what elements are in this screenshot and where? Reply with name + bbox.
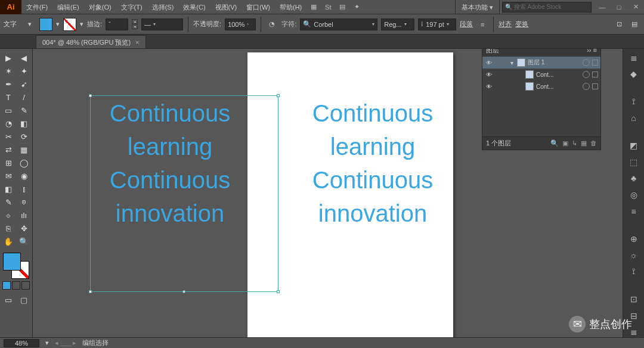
panel-icon-10[interactable]: ☼ bbox=[627, 250, 641, 261]
tool-0-0[interactable]: ▶ bbox=[1, 51, 16, 64]
panel-menu-icon[interactable]: ▤ bbox=[628, 18, 640, 30]
no-selection-icon[interactable]: ▾ bbox=[24, 18, 36, 30]
menu-file[interactable]: 文件(F) bbox=[21, 0, 52, 14]
new-layer-icon[interactable]: ▦ bbox=[581, 139, 587, 147]
bridge-icon[interactable]: ▦ bbox=[306, 0, 321, 14]
recolor-icon[interactable]: ◔ bbox=[266, 18, 278, 30]
locate-layer-icon[interactable]: 🔍 bbox=[550, 139, 559, 147]
isolate-icon[interactable]: ⊡ bbox=[613, 18, 625, 30]
tool-11-0[interactable]: ✎ bbox=[1, 195, 16, 209]
stroke-profile[interactable]: — ▾ bbox=[141, 18, 183, 30]
stroke-steppers[interactable]: ▴▾ bbox=[132, 19, 138, 29]
tool-6-1[interactable]: ⟳ bbox=[17, 130, 31, 143]
text-object-on-artboard[interactable]: Continuous learning Continuous innovatio… bbox=[295, 97, 450, 230]
layer-name[interactable]: 图层 1 bbox=[528, 58, 580, 67]
panel-icon-12[interactable]: ⊡ bbox=[627, 294, 641, 304]
tool-2-0[interactable]: ✒ bbox=[1, 77, 16, 91]
menu-select[interactable]: 选择(S) bbox=[147, 0, 179, 14]
fill-swatch[interactable] bbox=[39, 18, 52, 31]
tool-7-1[interactable]: ▦ bbox=[17, 143, 31, 156]
fill-stroke-control[interactable] bbox=[3, 253, 29, 279]
tool-12-0[interactable]: ⟐ bbox=[1, 209, 16, 222]
delete-layer-icon[interactable]: 🗑 bbox=[590, 139, 597, 147]
screen-mode-1[interactable]: ▢ bbox=[17, 293, 31, 306]
panel-icon-4[interactable]: ◩ bbox=[627, 141, 641, 151]
tool-7-0[interactable]: ⇄ bbox=[1, 143, 16, 156]
font-size[interactable]: ⁞ 197 pt▾ bbox=[418, 18, 456, 30]
color-mode-1[interactable] bbox=[12, 281, 20, 290]
layer-name[interactable]: Cont... bbox=[536, 72, 580, 78]
stock-search[interactable]: 🔍 搜索 Adobe Stock bbox=[502, 2, 592, 13]
gpu-icon[interactable]: ✦ bbox=[349, 0, 364, 14]
tool-1-1[interactable]: ✦ bbox=[17, 64, 31, 77]
target-icon[interactable] bbox=[583, 71, 590, 78]
stroke-swatch[interactable] bbox=[63, 18, 76, 31]
tool-0-1[interactable]: ◀ bbox=[17, 51, 31, 64]
tool-3-1[interactable]: / bbox=[17, 91, 31, 104]
tool-14-0[interactable]: ✋ bbox=[1, 235, 16, 248]
menu-type[interactable]: 文字(T) bbox=[116, 0, 147, 14]
layer-row-0[interactable]: 👁▾图层 1 bbox=[482, 57, 600, 69]
tool-8-1[interactable]: ◯ bbox=[17, 156, 31, 169]
tab-close-icon[interactable]: × bbox=[135, 36, 139, 49]
disclosure-icon[interactable]: ▾ bbox=[509, 60, 515, 66]
layer-name[interactable]: Cont... bbox=[536, 83, 580, 90]
tool-11-1[interactable]: ៙ bbox=[17, 195, 31, 209]
panel-icon-11[interactable]: ⟟ bbox=[627, 266, 641, 277]
tool-2-1[interactable]: ➹ bbox=[17, 77, 31, 91]
make-clip-icon[interactable]: ▣ bbox=[562, 139, 568, 147]
panel-icon-9[interactable]: ⊕ bbox=[627, 234, 641, 244]
panel-icon-2[interactable]: ⟟ bbox=[627, 97, 641, 107]
document-tab[interactable]: 004* @ 48% (RGB/GPU 预览) × bbox=[36, 35, 146, 48]
visibility-icon[interactable]: 👁 bbox=[485, 83, 493, 90]
tool-4-1[interactable]: ✎ bbox=[17, 104, 31, 117]
tool-8-0[interactable]: ⊞ bbox=[1, 156, 16, 169]
tool-6-0[interactable]: ✂ bbox=[1, 130, 16, 143]
workspace-switcher[interactable]: 基本功能 ▾ bbox=[455, 0, 500, 14]
font-family[interactable]: 🔍 Corbel▾ bbox=[300, 18, 377, 30]
align-link[interactable]: 对齐 bbox=[499, 20, 512, 29]
panel-icon-7[interactable]: ◎ bbox=[627, 189, 641, 200]
window-close[interactable]: ✕ bbox=[627, 0, 644, 14]
tool-9-1[interactable]: ◉ bbox=[17, 169, 31, 182]
tool-10-0[interactable]: ◧ bbox=[1, 182, 16, 195]
panel-icon-8[interactable]: ≡ bbox=[627, 206, 641, 217]
new-sublayer-icon[interactable]: ↳ bbox=[572, 139, 577, 147]
tool-1-0[interactable]: ✶ bbox=[1, 64, 16, 77]
menu-effect[interactable]: 效果(C) bbox=[178, 0, 210, 14]
tool-9-0[interactable]: ✉ bbox=[1, 169, 16, 182]
target-icon[interactable] bbox=[583, 83, 590, 90]
layers-panel[interactable]: 图层 ›› ≡ 👁▾图层 1👁Cont...👁Cont... 1 个图层 🔍 ▣… bbox=[482, 49, 601, 150]
panel-icon-1[interactable]: ◆ bbox=[627, 69, 641, 80]
tool-5-0[interactable]: ◔ bbox=[1, 117, 16, 130]
visibility-icon[interactable]: 👁 bbox=[485, 72, 493, 78]
canvas[interactable]: Continuous learning Continuous innovatio… bbox=[33, 49, 623, 337]
tool-14-1[interactable]: 🔍 bbox=[17, 235, 31, 248]
menu-view[interactable]: 视图(V) bbox=[210, 0, 242, 14]
window-maximize[interactable]: □ bbox=[611, 0, 627, 14]
panel-icon-6[interactable]: ♣ bbox=[627, 173, 641, 184]
paragraph-align-icon[interactable]: ≡ bbox=[476, 18, 488, 30]
panel-icon-3[interactable]: ⌂ bbox=[627, 113, 641, 123]
screen-mode-0[interactable]: ▭ bbox=[1, 293, 16, 306]
selection-bounding-box[interactable] bbox=[90, 95, 278, 292]
target-icon[interactable] bbox=[583, 59, 590, 66]
opacity-value[interactable]: 100%› bbox=[225, 18, 256, 30]
zoom-field[interactable]: 48% bbox=[4, 339, 39, 347]
color-mode-2[interactable] bbox=[21, 281, 30, 290]
tool-10-1[interactable]: ⫿ bbox=[17, 182, 31, 195]
menu-help[interactable]: 帮助(H) bbox=[275, 0, 306, 14]
transform-link[interactable]: 变换 bbox=[515, 20, 528, 29]
arrange-icon[interactable]: ▤ bbox=[335, 0, 349, 14]
tool-12-1[interactable]: ılı bbox=[17, 209, 31, 222]
panel-icon-0[interactable]: ≣ bbox=[627, 52, 641, 63]
menu-object[interactable]: 对象(O) bbox=[84, 0, 116, 14]
stroke-weight[interactable]: ˇ bbox=[106, 18, 128, 30]
stock-icon[interactable]: St bbox=[321, 0, 335, 14]
panel-icon-5[interactable]: ⬚ bbox=[627, 157, 641, 167]
layers-collapse-icon[interactable]: ›› ≡ bbox=[587, 49, 597, 54]
layer-row-2[interactable]: 👁Cont... bbox=[482, 80, 600, 92]
tool-3-0[interactable]: T bbox=[1, 91, 16, 104]
paragraph-link[interactable]: 段落 bbox=[460, 20, 473, 29]
tool-13-1[interactable]: ✥ bbox=[17, 222, 31, 235]
